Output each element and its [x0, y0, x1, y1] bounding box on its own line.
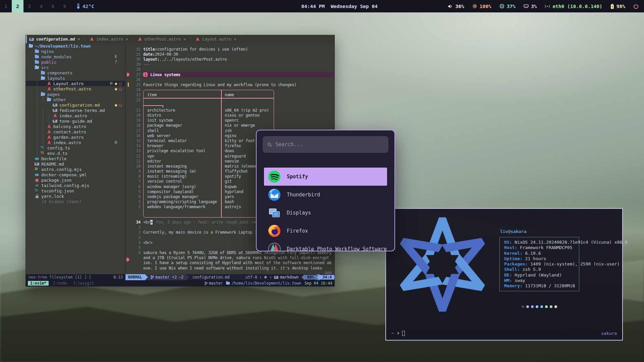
workspace-button[interactable]: 2	[12, 0, 23, 12]
tree-item[interactable]: garden.astro	[26, 134, 125, 140]
tab-configuration-md[interactable]: configuration.md ×	[26, 35, 84, 43]
launcher-item-darktable[interactable]: Darktable Photo Workflow Software	[264, 240, 387, 251]
tmux-window-lazygit[interactable]: 3:lazygit	[73, 281, 94, 286]
tree-item-label: README.md	[41, 162, 64, 167]
tree-item[interactable]: layouts	[26, 75, 125, 81]
color-dot	[545, 305, 548, 308]
tree-item[interactable]: astro.config.mjs	[26, 167, 125, 172]
color-dot	[540, 305, 543, 308]
brightness-icon	[472, 4, 477, 9]
workspace-switcher: 1 2 3 4 8 9	[0, 0, 70, 12]
tree-item[interactable]: public ?	[26, 59, 125, 65]
memory-module: 3%	[524, 4, 537, 9]
file-icon	[47, 140, 52, 145]
close-icon[interactable]: ×	[78, 37, 80, 42]
tree-item[interactable]: pages	[26, 92, 125, 97]
tree-item-label: node_modules	[41, 54, 71, 59]
launcher-item-displays[interactable]: Displays	[264, 204, 387, 222]
thermometer-icon	[76, 3, 80, 9]
tree-item[interactable]: README.md	[26, 161, 125, 167]
close-icon[interactable]: ×	[234, 37, 236, 42]
table-cell-item: instant messaging	[143, 164, 221, 169]
tree-item[interactable]: index.astro H	[26, 140, 125, 145]
launcher-item-firefox[interactable]: Firefox	[264, 222, 387, 240]
power-icon[interactable]	[633, 4, 639, 9]
workspace-button[interactable]: 1	[0, 0, 12, 12]
tree-item[interactable]: yarn.lock	[26, 193, 125, 199]
network-module: eth0 (10.0.0.140)	[545, 4, 602, 9]
table-cell-name: nix or emerge	[221, 123, 255, 128]
tree-item[interactable]: otherPost.astro ● □	[26, 86, 125, 92]
tab-layout-astro[interactable]: Layout.astro ×	[192, 35, 240, 43]
volume-module: 36%	[448, 4, 464, 9]
statusline: neo-tree filesystem [1] [-] 8:13 NORMAL …	[26, 274, 334, 280]
tree-item[interactable]: package.json	[26, 177, 125, 183]
workspace-button[interactable]: 8	[47, 0, 59, 12]
diagnostic-badge: H	[110, 81, 112, 86]
tree-item[interactable]: configuration.md ● □	[26, 102, 125, 108]
fetch-info-row: Uptime: 21 hours	[504, 256, 628, 261]
editor-line: 24	[126, 87, 334, 93]
file-icon	[53, 113, 58, 118]
tree-item[interactable]: ~/Development/liv.town	[26, 43, 125, 49]
workspace-button[interactable]: 3	[23, 0, 35, 12]
launcher-item-spotify[interactable]: Spotify	[264, 168, 387, 186]
volume-icon	[448, 4, 453, 9]
tree-item[interactable]: tailwind.config.mjs	[26, 183, 125, 188]
launcher-item-thunderbird[interactable]: Thunderbird	[264, 186, 387, 204]
folder-icon	[226, 282, 230, 285]
tmux-window-node[interactable]: 2:node-	[53, 281, 69, 286]
file-icon	[35, 49, 40, 54]
tree-item[interactable]: src	[26, 65, 125, 70]
tree-item[interactable]: config.ts	[26, 145, 125, 150]
tree-item[interactable]: Layout.astro H ● □	[26, 81, 125, 86]
workspace-button[interactable]: 4	[35, 0, 47, 12]
tree-item[interactable]: tsconfig.json	[26, 188, 125, 193]
table-cell-name: git	[221, 179, 232, 184]
search-input[interactable]	[275, 141, 384, 147]
terminal-cursor	[402, 331, 405, 336]
table-cell-name: fluffychat	[221, 169, 248, 174]
launcher-search[interactable]	[263, 136, 388, 153]
powerline-separator	[302, 274, 305, 280]
tree-item[interactable]: docker-compose.yml	[26, 172, 125, 177]
close-icon[interactable]: ×	[126, 37, 128, 42]
tree-item[interactable]: other	[26, 97, 125, 102]
tree-item[interactable]: tone-guide.md	[26, 118, 125, 124]
power-module[interactable]	[633, 4, 639, 9]
tree-item-label: index.astro	[59, 113, 87, 118]
tree-item[interactable]: balcony.astro	[26, 124, 125, 129]
diff-added: +2	[172, 275, 177, 280]
tree-item[interactable]: node_modules E	[26, 54, 125, 59]
search-icon	[267, 142, 272, 147]
tree-item[interactable]: (6 hidden items)	[26, 199, 125, 204]
editor-heading-line: 27 1Linux systems	[126, 72, 334, 77]
powerline-separator	[317, 274, 320, 280]
tab-otherpost-astro[interactable]: otherPost.astro ×	[134, 35, 190, 43]
tab-label: configuration.md	[36, 37, 75, 42]
brightness-module: 100%	[472, 4, 491, 9]
tree-item[interactable]: index.astro	[26, 113, 125, 118]
shell-prompt[interactable]: ~	[391, 330, 405, 336]
tree-item[interactable]: fediverse-terms.md	[26, 108, 125, 113]
tmux-git-branch: master	[205, 281, 223, 286]
tmux-window-nvim[interactable]: 1:nvim*	[28, 281, 49, 286]
encoding-indicator: utf-8	[246, 275, 257, 280]
table-cell-name: astrojs	[221, 204, 241, 209]
table-cell-item: package manager	[143, 123, 221, 128]
close-icon[interactable]: ×	[183, 37, 186, 42]
tree-item-label: otherPost.astro	[53, 86, 91, 92]
tree-item[interactable]: components	[26, 70, 125, 75]
battery-value: 98%	[616, 4, 625, 9]
workspace-button[interactable]: 9	[59, 0, 70, 12]
tree-item[interactable]: env.d.ts	[26, 150, 125, 156]
file-icon	[35, 178, 40, 183]
volume-value: 36%	[455, 4, 464, 9]
tab-index-astro[interactable]: index.astro ×	[86, 35, 131, 43]
tree-item[interactable]: Dockerfile	[26, 156, 125, 161]
tree-item[interactable]: nginx	[26, 49, 125, 54]
tree-item[interactable]: contact.astro	[26, 129, 125, 134]
color-dot	[522, 305, 524, 308]
mode-indicator: NORMAL	[125, 274, 145, 280]
table-row: 18 package manager nix or emerge	[126, 123, 334, 128]
